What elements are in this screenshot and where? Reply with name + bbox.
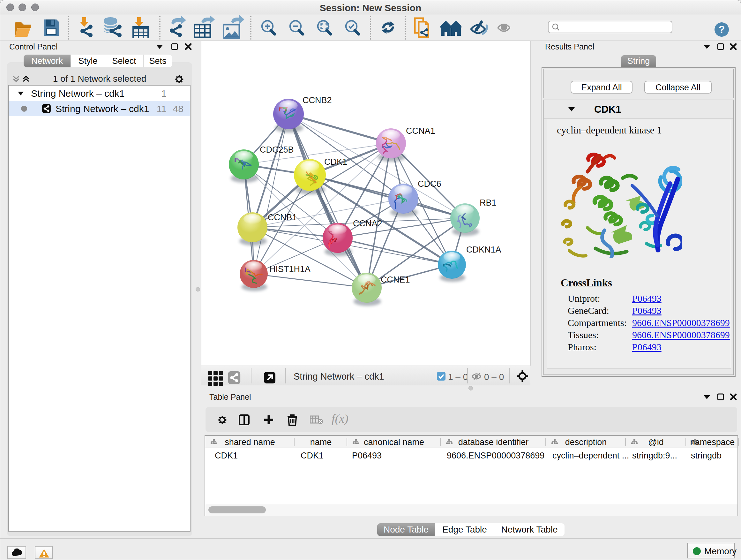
svg-text:CCNA2: CCNA2: [353, 219, 382, 228]
svg-text:CCNE1: CCNE1: [381, 275, 410, 285]
svg-text:CCNA1: CCNA1: [406, 126, 435, 136]
svg-text:CDC25B: CDC25B: [260, 145, 294, 154]
svg-text:CCNB1: CCNB1: [268, 212, 297, 222]
svg-text:CDKN1A: CDKN1A: [466, 245, 501, 254]
svg-text:CDC6: CDC6: [418, 179, 441, 189]
svg-text:HIST1H1A: HIST1H1A: [269, 264, 311, 274]
svg-text:CDK1: CDK1: [324, 157, 347, 167]
svg-text:RB1: RB1: [480, 198, 496, 207]
svg-text:CCNB2: CCNB2: [302, 96, 332, 105]
